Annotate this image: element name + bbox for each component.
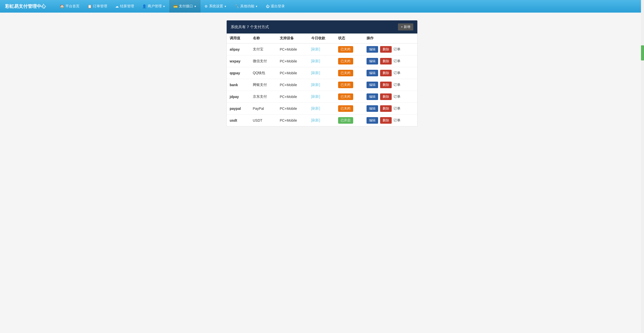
main-content: 系统共有 7 个支付方式 + 新增 调用值名称支持设备今日收款状态操作 alip…	[0, 13, 644, 134]
table-row: alipay支付宝PC+Mobile[刷新]已关闭 编辑 删除 订单	[227, 43, 417, 55]
nav-item-orders[interactable]: 📋订单管理	[84, 0, 111, 13]
cell-name-6: USDT	[250, 115, 277, 126]
edit-button-2[interactable]: 编辑	[367, 70, 378, 76]
order-button-4[interactable]: 订单	[393, 94, 400, 99]
refresh-link-3[interactable]: [刷新]	[311, 83, 320, 87]
refresh-link-4[interactable]: [刷新]	[311, 94, 320, 98]
cell-status-6: 已开启	[335, 115, 364, 126]
nav-label-home: 平台首页	[65, 4, 79, 9]
cell-ops-5: 编辑 删除 订单	[364, 103, 417, 115]
cell-device-5: PC+Mobile	[277, 103, 308, 115]
nav-label-payapi: 支付接口	[179, 4, 193, 9]
table-row: jdpay京东支付PC+Mobile[刷新]已关闭 编辑 删除 订单	[227, 91, 417, 103]
status-badge-2: 已关闭	[338, 70, 353, 76]
delete-button-6[interactable]: 删除	[380, 117, 392, 124]
navbar: 彩虹易支付管理中心 🏠平台首页📋订单管理☁结算管理👤商户管理▼💳支付接口▼⚙系统…	[0, 0, 644, 13]
refresh-link-6[interactable]: [刷新]	[311, 118, 320, 122]
cell-ops-6: 编辑 删除 订单	[364, 115, 417, 126]
status-badge-5: 已关闭	[338, 105, 353, 112]
nav-label-settings: 系统设置	[209, 4, 223, 9]
status-badge-0: 已关闭	[338, 46, 353, 53]
merchant-icon: 👤	[142, 4, 146, 8]
home-icon: 🏠	[60, 4, 64, 8]
refresh-link-1[interactable]: [刷新]	[311, 59, 320, 63]
nav-item-settle[interactable]: ☁结算管理	[111, 0, 138, 13]
delete-button-0[interactable]: 删除	[380, 46, 392, 53]
nav-label-logout: 退出登录	[271, 4, 285, 9]
scrollbar-track	[641, 0, 644, 333]
panel-header: 系统共有 7 个支付方式 + 新增	[227, 20, 417, 34]
order-button-0[interactable]: 订单	[393, 47, 400, 52]
nav-item-settings[interactable]: ⚙系统设置▼	[200, 0, 231, 13]
caret-other: ▼	[255, 5, 258, 8]
delete-button-3[interactable]: 删除	[380, 82, 392, 88]
nav-item-logout[interactable]: ⏻退出登录	[262, 0, 289, 13]
delete-button-4[interactable]: 删除	[380, 93, 392, 100]
delete-button-2[interactable]: 删除	[380, 70, 392, 76]
cell-refresh-2[interactable]: [刷新]	[308, 67, 335, 79]
cell-refresh-5[interactable]: [刷新]	[308, 103, 335, 115]
cell-status-4: 已关闭	[335, 91, 364, 103]
table-row: wxpay微信支付PC+Mobile[刷新]已关闭 编辑 删除 订单	[227, 55, 417, 67]
cell-refresh-4[interactable]: [刷新]	[308, 91, 335, 103]
nav-item-home[interactable]: 🏠平台首页	[56, 0, 84, 13]
edit-button-3[interactable]: 编辑	[367, 82, 378, 88]
caret-settings: ▼	[224, 5, 227, 8]
order-button-5[interactable]: 订单	[393, 106, 400, 111]
table-row: usdtUSDTPC+Mobile[刷新]已开启 编辑 删除 订单	[227, 115, 417, 126]
edit-button-6[interactable]: 编辑	[367, 117, 378, 124]
refresh-link-5[interactable]: [刷新]	[311, 106, 320, 110]
nav-menu: 🏠平台首页📋订单管理☁结算管理👤商户管理▼💳支付接口▼⚙系统设置▼🔧其他功能▼⏻…	[56, 0, 639, 13]
cell-ops-3: 编辑 删除 订单	[364, 79, 417, 91]
payapi-icon: 💳	[173, 4, 178, 8]
edit-button-0[interactable]: 编辑	[367, 46, 378, 53]
table-row: paypalPayPalPC+Mobile[刷新]已关闭 编辑 删除 订单	[227, 103, 417, 115]
cell-refresh-3[interactable]: [刷新]	[308, 79, 335, 91]
col-今日收款: 今日收款	[308, 34, 335, 43]
caret-merchant: ▼	[163, 5, 165, 8]
delete-button-1[interactable]: 删除	[380, 58, 392, 64]
nav-label-other: 其他功能	[240, 4, 254, 9]
nav-item-payapi[interactable]: 💳支付接口▼	[169, 0, 200, 13]
table-row: qqpayQQ钱包PC+Mobile[刷新]已关闭 编辑 删除 订单	[227, 67, 417, 79]
cell-name-0: 支付宝	[250, 43, 277, 55]
cell-refresh-6[interactable]: [刷新]	[308, 115, 335, 126]
cell-key-1: wxpay	[227, 55, 250, 67]
order-button-1[interactable]: 订单	[393, 59, 400, 63]
cell-refresh-1[interactable]: [刷新]	[308, 55, 335, 67]
cell-status-0: 已关闭	[335, 43, 364, 55]
cell-name-2: QQ钱包	[250, 67, 277, 79]
cell-status-2: 已关闭	[335, 67, 364, 79]
col-名称: 名称	[250, 34, 277, 43]
table-row: bank网银支付PC+Mobile[刷新]已关闭 编辑 删除 订单	[227, 79, 417, 91]
status-badge-6: 已开启	[338, 117, 353, 124]
settle-icon: ☁	[115, 4, 119, 8]
nav-item-other[interactable]: 🔧其他功能▼	[231, 0, 262, 13]
orders-icon: 📋	[88, 4, 92, 8]
cell-refresh-0[interactable]: [刷新]	[308, 43, 335, 55]
cell-status-3: 已关闭	[335, 79, 364, 91]
edit-button-4[interactable]: 编辑	[367, 93, 378, 100]
order-button-2[interactable]: 订单	[393, 71, 400, 75]
cell-name-4: 京东支付	[250, 91, 277, 103]
delete-button-5[interactable]: 删除	[380, 105, 392, 112]
order-button-6[interactable]: 订单	[393, 118, 400, 123]
cell-name-5: PayPal	[250, 103, 277, 115]
add-button[interactable]: + 新增	[398, 23, 413, 30]
scrollbar-thumb[interactable]	[641, 45, 644, 60]
edit-button-5[interactable]: 编辑	[367, 105, 378, 112]
status-badge-3: 已关闭	[338, 82, 353, 88]
order-button-3[interactable]: 订单	[393, 83, 400, 87]
edit-button-1[interactable]: 编辑	[367, 58, 378, 64]
payment-panel: 系统共有 7 个支付方式 + 新增 调用值名称支持设备今日收款状态操作 alip…	[226, 20, 418, 126]
cell-device-2: PC+Mobile	[277, 67, 308, 79]
status-badge-1: 已关闭	[338, 58, 353, 64]
refresh-link-0[interactable]: [刷新]	[311, 47, 320, 51]
cell-ops-0: 编辑 删除 订单	[364, 43, 417, 55]
cell-ops-4: 编辑 删除 订单	[364, 91, 417, 103]
cell-key-3: bank	[227, 79, 250, 91]
col-操作: 操作	[364, 34, 417, 43]
cell-device-4: PC+Mobile	[277, 91, 308, 103]
nav-item-merchant[interactable]: 👤商户管理▼	[138, 0, 169, 13]
refresh-link-2[interactable]: [刷新]	[311, 71, 320, 75]
